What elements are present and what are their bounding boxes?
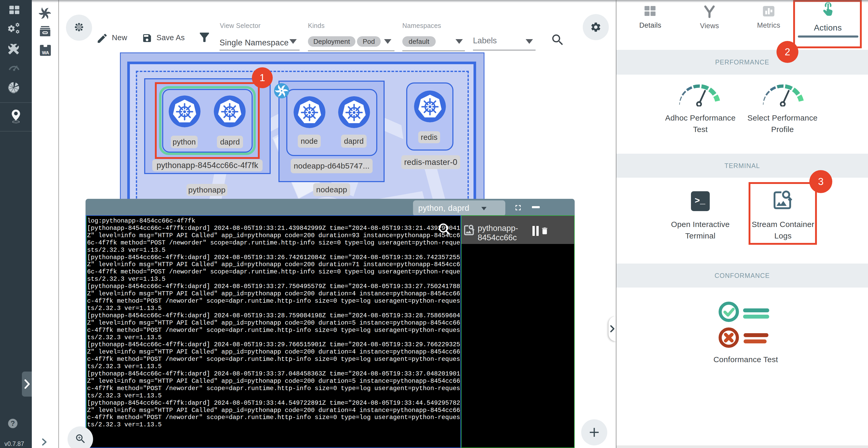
svg-text:WA: WA [42,50,49,55]
svg-text:>_: >_ [694,196,705,206]
